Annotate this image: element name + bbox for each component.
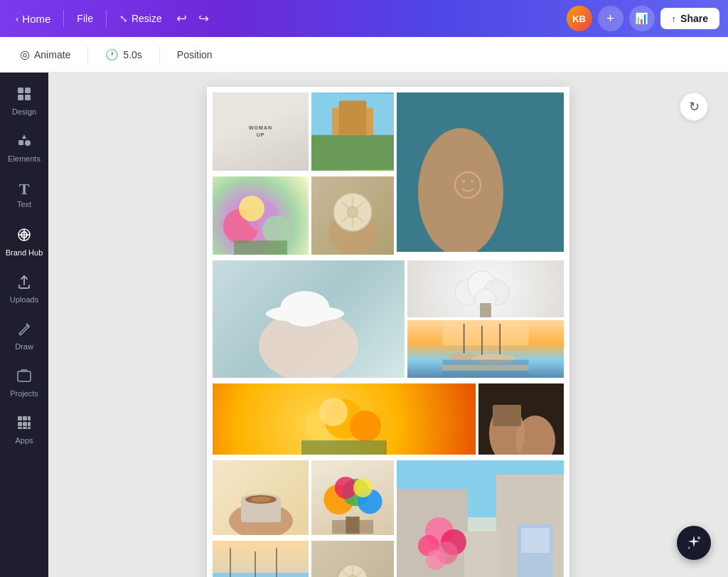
refresh-button[interactable]: ↻ <box>680 92 708 121</box>
toolbar: ◎ Animate 🕐 5.0s Position <box>0 37 728 73</box>
redo-button[interactable]: ↪ <box>194 8 213 29</box>
sidebar-label-apps: Apps <box>15 436 33 445</box>
sidebar-label-draw: Draw <box>15 342 33 351</box>
toolbar-divider-2 <box>159 46 160 63</box>
photo-yellow-flowers[interactable] <box>213 383 476 455</box>
analytics-button[interactable]: 📊 <box>629 6 655 31</box>
position-button[interactable]: Position <box>168 45 221 65</box>
share-button[interactable]: ↑ Share <box>660 8 719 29</box>
svg-point-56 <box>319 398 348 426</box>
magic-button[interactable] <box>677 526 711 560</box>
photo-coffee[interactable] <box>213 460 309 535</box>
svg-rect-77 <box>464 531 500 577</box>
svg-rect-4 <box>18 140 23 145</box>
position-label: Position <box>177 49 213 60</box>
resize-icon: ⤡ <box>119 13 128 24</box>
svg-rect-73 <box>332 520 373 534</box>
svg-point-32 <box>239 196 264 221</box>
nav-divider-2 <box>106 10 107 27</box>
undo-button[interactable]: ↩ <box>172 8 191 29</box>
sidebar-item-draw[interactable]: Draw <box>1 313 47 359</box>
svg-point-25 <box>418 128 503 252</box>
magic-icon <box>685 534 702 551</box>
refresh-icon: ↻ <box>689 99 700 115</box>
svg-rect-10 <box>18 371 31 381</box>
photo-tattoo[interactable] <box>397 92 564 252</box>
photo-cozy-legs[interactable] <box>478 383 564 455</box>
svg-rect-1 <box>25 88 31 93</box>
home-button[interactable]: ‹ Home <box>9 9 58 29</box>
photo-boats-harbor[interactable] <box>213 541 309 577</box>
sidebar-item-uploads[interactable]: Uploads <box>1 266 47 312</box>
share-label: Share <box>680 13 708 24</box>
svg-rect-86 <box>213 573 309 577</box>
sidebar-item-brand-hub[interactable]: Brand Hub <box>1 219 47 265</box>
svg-point-28 <box>471 180 473 183</box>
photo-hand-sanddollar[interactable] <box>311 541 394 577</box>
svg-rect-23 <box>339 101 367 135</box>
time-label: 5.0s <box>123 49 141 60</box>
collage-row-1: WOMANUP <box>213 92 564 171</box>
photo-street-flowers[interactable] <box>397 460 564 577</box>
svg-rect-33 <box>234 240 287 255</box>
svg-rect-16 <box>28 422 31 426</box>
photo-sand-dollar[interactable] <box>311 176 394 255</box>
animate-icon: ◎ <box>20 48 30 61</box>
clock-icon: 🕐 <box>105 48 119 61</box>
photo-hat[interactable] <box>213 260 405 378</box>
sidebar-item-apps[interactable]: Apps <box>1 407 47 452</box>
sidebar-label-brand-hub: Brand Hub <box>6 248 43 257</box>
svg-rect-57 <box>301 440 387 455</box>
animate-button[interactable]: ◎ Animate <box>11 43 79 65</box>
sidebar-label-text: Text <box>17 200 31 208</box>
photo-mug[interactable]: WOMANUP <box>213 92 309 171</box>
svg-point-82 <box>426 550 446 570</box>
svg-rect-14 <box>18 422 22 426</box>
resize-label: Resize <box>132 13 162 24</box>
brand-hub-icon <box>16 227 32 245</box>
projects-icon <box>16 368 32 386</box>
uploads-icon <box>16 274 32 292</box>
sidebar: Design Elements T Text <box>0 73 48 577</box>
sidebar-item-projects[interactable]: Projects <box>1 360 47 406</box>
photo-flowers-colorful[interactable] <box>213 176 309 255</box>
text-icon: T <box>19 181 30 197</box>
sidebar-item-text[interactable]: T Text <box>1 172 47 218</box>
svg-rect-84 <box>521 528 550 553</box>
svg-point-98 <box>688 547 690 549</box>
animate-label: Animate <box>34 49 70 60</box>
top-nav: ‹ Home File ⤡ Resize ↩ ↪ KB + 📊 ↑ Share <box>0 0 728 37</box>
svg-rect-85 <box>213 541 309 573</box>
sidebar-label-uploads: Uploads <box>10 295 38 304</box>
photo-colorful-bouquet[interactable] <box>311 460 394 535</box>
time-button[interactable]: 🕐 5.0s <box>97 44 150 65</box>
photo-beach-scene[interactable] <box>311 92 394 171</box>
main-area: Design Elements T Text <box>0 73 728 577</box>
apps-icon <box>16 415 32 433</box>
nav-right: KB + 📊 ↑ Share <box>567 6 719 31</box>
avatar[interactable]: KB <box>567 6 592 31</box>
svg-point-27 <box>462 180 465 183</box>
collage-row-3 <box>213 260 564 378</box>
svg-rect-12 <box>23 416 27 420</box>
sidebar-label-design: Design <box>12 107 36 116</box>
sidebar-item-elements[interactable]: Elements <box>1 125 47 171</box>
collage-canvas[interactable]: WOMANUP <box>207 87 569 577</box>
photo-white-bouquet[interactable] <box>407 260 564 317</box>
svg-rect-15 <box>23 422 27 426</box>
file-button[interactable]: File <box>70 9 100 28</box>
sidebar-item-design[interactable]: Design <box>1 78 47 124</box>
canvas-area[interactable]: ↻ WOMANUP <box>48 73 728 577</box>
svg-point-39 <box>280 291 330 327</box>
avatar-text: KB <box>572 14 586 24</box>
add-button[interactable]: + <box>598 6 623 31</box>
collage-row-4 <box>213 383 564 455</box>
svg-point-5 <box>25 140 31 146</box>
svg-rect-0 <box>18 88 23 93</box>
resize-button[interactable]: ⤡ Resize <box>112 9 169 28</box>
svg-point-71 <box>353 478 373 497</box>
file-label: File <box>77 13 93 24</box>
redo-icon: ↪ <box>198 11 209 26</box>
photo-marina[interactable] <box>407 320 564 378</box>
svg-rect-3 <box>25 95 31 100</box>
